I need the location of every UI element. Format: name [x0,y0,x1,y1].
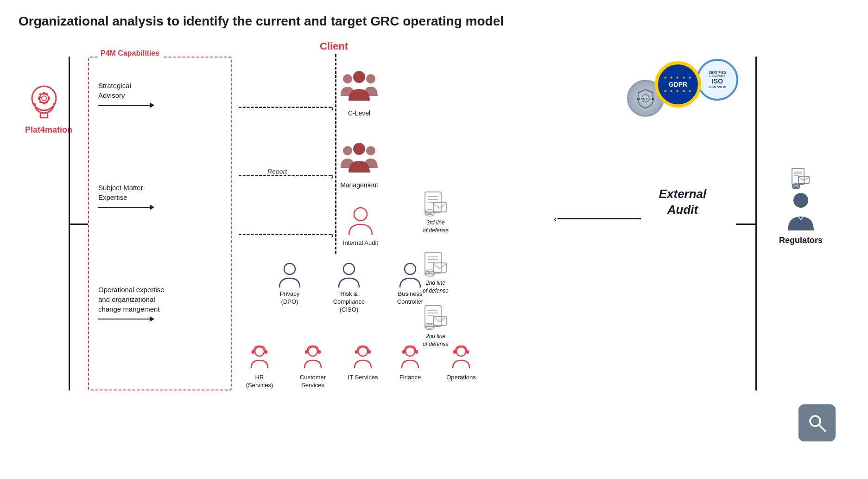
arrow-internal-audit: › [239,234,331,235]
p4m-title: P4M Capabilities [98,49,162,57]
regulators-label: Regulators [779,236,823,245]
external-audit-label: External Audit [641,186,724,218]
risk-compliance-icon [335,261,363,288]
svg-point-49 [308,347,317,356]
svg-rect-54 [368,350,371,354]
capability-1-text: StrategicalAdvisory [98,81,131,100]
client-dashed-line [335,54,336,254]
svg-point-12 [343,74,352,83]
svg-point-18 [354,208,367,221]
svg-point-17 [353,143,365,155]
svg-point-15 [343,146,352,155]
external-audit-section: External Audit [641,186,724,218]
plat4mation-icon [30,84,67,121]
svg-rect-50 [305,350,308,354]
svg-point-7 [39,96,41,98]
diagram-area: Plat4mation P4M Capabilities Strategical… [19,38,849,455]
management-icon [338,138,380,179]
capability-2-text: Subject MatterExpertise [98,183,143,202]
gdpr-text: GDPR [669,81,687,88]
defense-3rd: 3rd lineof defense [408,191,463,235]
svg-rect-6 [48,97,50,100]
external-audit-arrow: ‹ [558,218,641,219]
svg-point-52 [358,347,367,356]
svg-point-55 [405,347,415,356]
finance-label: Finance [399,374,421,381]
it-services-icon [349,344,377,372]
client-label: Client [320,40,348,52]
svg-rect-4 [43,102,45,104]
svg-text:CERTIFIED: CERTIFIED [637,97,654,101]
hr-label: HR(Services) [246,374,273,390]
svg-point-44 [343,263,355,275]
svg-point-45 [405,263,416,275]
svg-rect-48 [265,350,267,354]
svg-rect-53 [355,350,358,354]
external-audit-line2: Audit [667,203,698,217]
svg-point-16 [366,146,375,155]
svg-rect-8 [39,93,42,96]
capability-2: Subject MatterExpertise [98,183,222,208]
capability-2-arrow [98,207,154,208]
defense-3rd-doc-icon [424,191,447,217]
privacy-dpo-label: Privacy(DPO) [280,290,300,306]
arrow-clevel: › [239,107,331,108]
p4m-box: P4M Capabilities StrategicalAdvisory Sub… [88,57,232,390]
customer-services: CustomerServices [287,344,338,390]
svg-point-46 [255,347,264,356]
svg-rect-3 [43,92,45,95]
capability-1-arrow [98,105,154,106]
hr-icon [246,344,273,372]
svg-point-2 [42,96,46,101]
operations: Operations [438,344,484,381]
finance-icon [396,344,424,372]
p4m-prefix: P4M [101,49,116,57]
right-bracket-middle [736,224,757,225]
arrow-management: › [239,175,331,176]
svg-point-13 [366,74,375,83]
main-container: Organizational analysis to identify the … [0,0,868,479]
hr-services: HR(Services) [236,344,283,390]
svg-rect-57 [415,350,418,354]
svg-rect-10 [39,100,42,103]
defense-2nd-lower: 2nd lineof defense [408,305,463,348]
regulators-section: Regulators [766,168,836,245]
svg-rect-39 [433,316,446,326]
internal-audit-label: Internal Audit [343,239,378,246]
clevel-person: C-Level [338,66,380,117]
svg-rect-51 [318,350,321,354]
customer-services-icon [299,344,327,372]
regulator-docs [792,168,810,189]
management-person: Management [338,138,380,189]
clevel-label: C-Level [348,109,370,117]
svg-rect-56 [402,350,405,354]
regulator-person-icon [782,191,819,233]
it-services-label: IT Services [348,374,378,381]
svg-line-73 [819,425,825,431]
page-title: Organizational analysis to identify the … [19,14,849,29]
privacy-dpo: Privacy(DPO) [264,261,315,306]
regulator-doc-icon [792,168,810,189]
iso-badge: CERTIFIED COMPANY ISO 9001:2015 [697,59,738,101]
svg-point-14 [353,71,365,83]
gdpr-badge: ★ ★ ★ ★ ★ GDPR ★ ★ ★ ★ ★ [655,61,701,108]
svg-rect-60 [466,350,469,354]
customer-services-label: CustomerServices [300,374,326,390]
internal-audit-icon [344,205,377,237]
svg-rect-47 [252,350,254,354]
it-services: IT Services [340,344,386,381]
svg-point-58 [456,347,466,356]
svg-point-71 [793,193,808,208]
search-icon [807,413,827,433]
report-text: Report [267,168,287,175]
badges-section: CERTIFIED ★ ★ ★ ★ ★ GDPR ★ ★ ★ ★ ★ CERTI… [627,61,738,117]
svg-rect-59 [453,350,456,354]
business-controller-label: BusinessController [397,290,423,306]
business-controller-icon [396,261,424,288]
management-label: Management [340,181,378,189]
risk-compliance: Risk &Compliance(CISO) [323,261,374,314]
search-button[interactable] [798,404,836,441]
capability-1: StrategicalAdvisory [98,81,222,106]
svg-point-43 [284,263,295,275]
bracket-middle-line [69,224,88,225]
